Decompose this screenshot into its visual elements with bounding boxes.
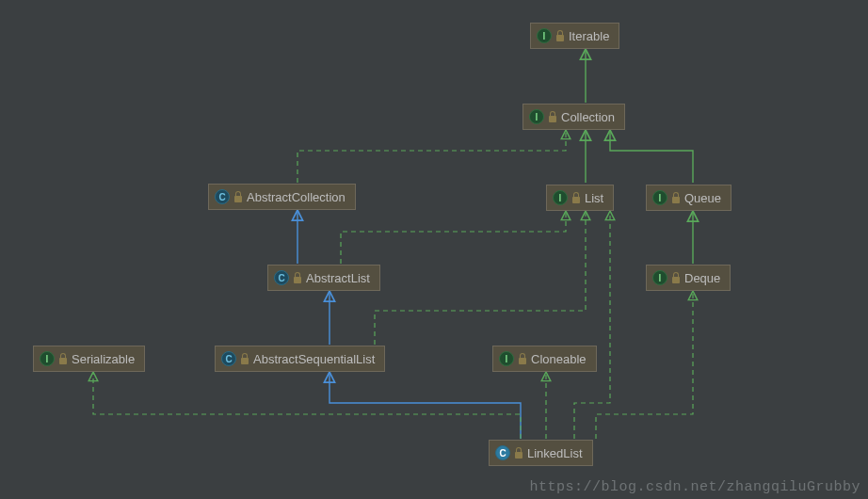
class-icon: C (215, 189, 230, 204)
lock-icon (571, 192, 581, 203)
interface-icon: I (499, 351, 514, 366)
interface-icon: I (537, 28, 552, 43)
class-icon: C (495, 445, 510, 460)
edge-queue-collection (610, 130, 693, 183)
interface-icon: I (553, 190, 568, 205)
interface-icon: I (40, 351, 55, 366)
lock-icon (671, 272, 681, 283)
node-label: Collection (561, 110, 615, 124)
lock-icon (233, 191, 243, 202)
edge-linkedlist-list (574, 211, 610, 439)
edge-linkedlist-absseqlist (330, 372, 521, 439)
lock-icon (514, 447, 523, 459)
node-list[interactable]: I List (546, 185, 614, 211)
edge-linkedlist-deque (596, 291, 693, 439)
lock-icon (671, 192, 681, 203)
edges-layer (0, 0, 868, 499)
node-label: LinkedList (527, 446, 583, 460)
node-label: AbstractCollection (247, 190, 346, 204)
edge-absseqlist-list (375, 211, 586, 345)
node-label: List (585, 191, 603, 205)
edge-abslist-list (341, 211, 566, 264)
class-icon: C (274, 270, 289, 285)
lock-icon (58, 353, 68, 364)
lock-icon (518, 353, 527, 364)
edge-linkedlist-serializable (93, 372, 521, 439)
node-collection[interactable]: I Collection (522, 104, 625, 130)
node-label: AbstractSequentialList (253, 352, 375, 366)
node-label: AbstractList (306, 271, 370, 285)
node-serializable[interactable]: I Serializable (33, 346, 145, 372)
node-queue[interactable]: I Queue (646, 185, 731, 211)
interface-icon: I (529, 109, 544, 124)
watermark: https://blog.csdn.net/zhangqiluGrubby (529, 479, 860, 495)
node-deque[interactable]: I Deque (646, 265, 731, 291)
lock-icon (548, 111, 557, 122)
node-linkedlist[interactable]: C LinkedList (489, 440, 593, 466)
class-icon: C (221, 351, 236, 366)
lock-icon (240, 353, 249, 364)
node-label: Serializable (72, 352, 135, 366)
node-abstractcollection[interactable]: C AbstractCollection (208, 184, 356, 210)
node-iterable[interactable]: I Iterable (530, 23, 619, 49)
node-label: Iterable (569, 29, 609, 43)
node-label: Cloneable (531, 352, 587, 366)
node-abstractlist[interactable]: C AbstractList (267, 265, 380, 291)
lock-icon (293, 272, 302, 283)
interface-icon: I (652, 190, 667, 205)
node-abstractsequentiallist[interactable]: C AbstractSequentialList (215, 346, 385, 372)
node-cloneable[interactable]: I Cloneable (492, 346, 597, 372)
node-label: Deque (684, 271, 720, 285)
interface-icon: I (652, 270, 667, 285)
node-label: Queue (684, 191, 721, 205)
edge-abscoll-collection (297, 130, 566, 183)
lock-icon (555, 30, 565, 41)
